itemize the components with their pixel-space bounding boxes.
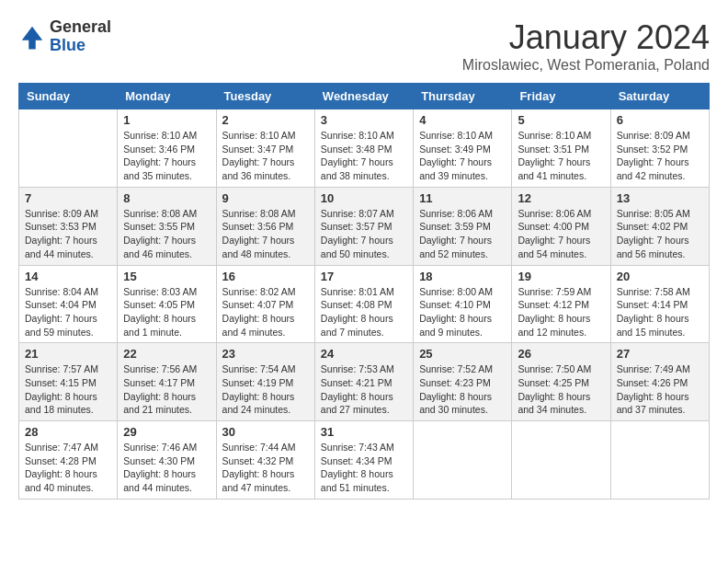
calendar-week-1: 1Sunrise: 8:10 AM Sunset: 3:46 PM Daylig… (19, 109, 710, 188)
day-number: 28 (25, 425, 111, 439)
logo-blue: Blue (50, 37, 111, 55)
day-info: Sunrise: 8:02 AM Sunset: 4:07 PM Dayligh… (222, 285, 309, 339)
day-info: Sunrise: 7:57 AM Sunset: 4:15 PM Dayligh… (25, 362, 111, 417)
day-info: Sunrise: 7:53 AM Sunset: 4:21 PM Dayligh… (321, 362, 407, 417)
day-number: 17 (321, 270, 407, 283)
day-info: Sunrise: 8:03 AM Sunset: 4:05 PM Dayligh… (123, 285, 210, 339)
day-number: 4 (419, 113, 506, 127)
calendar-cell: 30Sunrise: 7:44 AM Sunset: 4:32 PM Dayli… (216, 421, 314, 500)
calendar-week-3: 14Sunrise: 8:04 AM Sunset: 4:04 PM Dayli… (19, 265, 710, 343)
day-number: 23 (222, 347, 309, 361)
day-info: Sunrise: 7:58 AM Sunset: 4:14 PM Dayligh… (617, 285, 703, 339)
day-info: Sunrise: 8:10 AM Sunset: 3:47 PM Dayligh… (222, 129, 309, 183)
calendar-cell: 25Sunrise: 7:52 AM Sunset: 4:23 PM Dayli… (414, 343, 512, 421)
logo-general: General (50, 18, 111, 37)
day-number: 9 (222, 191, 309, 205)
calendar-cell: 26Sunrise: 7:50 AM Sunset: 4:25 PM Dayli… (512, 343, 610, 421)
day-info: Sunrise: 7:46 AM Sunset: 4:30 PM Dayligh… (123, 441, 210, 495)
calendar-cell: 17Sunrise: 8:01 AM Sunset: 4:08 PM Dayli… (314, 265, 413, 343)
day-number: 26 (518, 347, 604, 361)
day-info: Sunrise: 8:09 AM Sunset: 3:52 PM Dayligh… (617, 129, 703, 183)
day-info: Sunrise: 8:00 AM Sunset: 4:10 PM Dayligh… (419, 285, 506, 339)
calendar-cell: 1Sunrise: 8:10 AM Sunset: 3:46 PM Daylig… (118, 109, 216, 188)
month-title: January 2024 (462, 18, 710, 57)
day-number: 8 (123, 191, 210, 205)
day-number: 14 (25, 270, 111, 283)
svg-marker-0 (22, 27, 43, 50)
day-info: Sunrise: 7:52 AM Sunset: 4:23 PM Dayligh… (419, 362, 506, 417)
day-number: 20 (617, 270, 703, 283)
day-info: Sunrise: 8:09 AM Sunset: 3:53 PM Dayligh… (25, 207, 111, 261)
day-number: 16 (222, 270, 309, 283)
day-info: Sunrise: 7:43 AM Sunset: 4:34 PM Dayligh… (321, 441, 407, 495)
logo-icon (18, 23, 46, 51)
day-number: 22 (123, 347, 210, 361)
day-info: Sunrise: 7:44 AM Sunset: 4:32 PM Dayligh… (222, 441, 309, 495)
calendar-cell: 29Sunrise: 7:46 AM Sunset: 4:30 PM Dayli… (118, 421, 216, 500)
calendar-cell: 2Sunrise: 8:10 AM Sunset: 3:47 PM Daylig… (216, 109, 314, 188)
day-info: Sunrise: 7:47 AM Sunset: 4:28 PM Dayligh… (25, 441, 111, 495)
day-info: Sunrise: 7:54 AM Sunset: 4:19 PM Dayligh… (222, 362, 309, 417)
calendar-cell: 21Sunrise: 7:57 AM Sunset: 4:15 PM Dayli… (19, 343, 118, 421)
day-info: Sunrise: 7:59 AM Sunset: 4:12 PM Dayligh… (518, 285, 604, 339)
day-number: 3 (321, 113, 407, 127)
day-info: Sunrise: 7:49 AM Sunset: 4:26 PM Dayligh… (617, 362, 703, 417)
day-number: 21 (25, 347, 111, 361)
weekday-header-friday: Friday (512, 84, 610, 109)
calendar-cell: 19Sunrise: 7:59 AM Sunset: 4:12 PM Dayli… (512, 265, 610, 343)
calendar-week-2: 7Sunrise: 8:09 AM Sunset: 3:53 PM Daylig… (19, 187, 710, 265)
calendar-cell: 23Sunrise: 7:54 AM Sunset: 4:19 PM Dayli… (216, 343, 314, 421)
day-number: 27 (617, 347, 703, 361)
day-number: 15 (123, 270, 210, 283)
calendar-week-5: 28Sunrise: 7:47 AM Sunset: 4:28 PM Dayli… (19, 421, 710, 500)
calendar-cell (414, 421, 512, 500)
calendar-cell: 7Sunrise: 8:09 AM Sunset: 3:53 PM Daylig… (19, 187, 118, 265)
calendar-cell: 18Sunrise: 8:00 AM Sunset: 4:10 PM Dayli… (414, 265, 512, 343)
weekday-header-wednesday: Wednesday (314, 84, 413, 109)
weekday-header-saturday: Saturday (610, 84, 709, 109)
day-number: 24 (321, 347, 407, 361)
weekday-header-sunday: Sunday (19, 84, 118, 109)
calendar-cell: 11Sunrise: 8:06 AM Sunset: 3:59 PM Dayli… (414, 187, 512, 265)
day-number: 13 (617, 191, 703, 205)
calendar-cell: 8Sunrise: 8:08 AM Sunset: 3:55 PM Daylig… (118, 187, 216, 265)
calendar-cell: 6Sunrise: 8:09 AM Sunset: 3:52 PM Daylig… (610, 109, 709, 188)
day-info: Sunrise: 7:56 AM Sunset: 4:17 PM Dayligh… (123, 362, 210, 417)
day-number: 25 (419, 347, 506, 361)
logo: General Blue (18, 18, 111, 55)
day-number: 2 (222, 113, 309, 127)
calendar-cell: 3Sunrise: 8:10 AM Sunset: 3:48 PM Daylig… (314, 109, 413, 188)
calendar-cell: 15Sunrise: 8:03 AM Sunset: 4:05 PM Dayli… (118, 265, 216, 343)
day-number: 18 (419, 270, 506, 283)
calendar-cell: 22Sunrise: 7:56 AM Sunset: 4:17 PM Dayli… (118, 343, 216, 421)
calendar-cell: 27Sunrise: 7:49 AM Sunset: 4:26 PM Dayli… (610, 343, 709, 421)
day-number: 11 (419, 191, 506, 205)
day-number: 7 (25, 191, 111, 205)
calendar-cell: 12Sunrise: 8:06 AM Sunset: 4:00 PM Dayli… (512, 187, 610, 265)
logo-text: General Blue (50, 18, 111, 55)
page-header: General Blue January 2024 Miroslawiec, W… (18, 18, 710, 74)
weekday-header-monday: Monday (118, 84, 216, 109)
day-number: 12 (518, 191, 604, 205)
calendar-cell: 16Sunrise: 8:02 AM Sunset: 4:07 PM Dayli… (216, 265, 314, 343)
day-number: 30 (222, 425, 309, 439)
calendar-week-4: 21Sunrise: 7:57 AM Sunset: 4:15 PM Dayli… (19, 343, 710, 421)
calendar-cell: 4Sunrise: 8:10 AM Sunset: 3:49 PM Daylig… (414, 109, 512, 188)
day-number: 1 (123, 113, 210, 127)
day-info: Sunrise: 8:04 AM Sunset: 4:04 PM Dayligh… (25, 285, 111, 339)
weekday-header-tuesday: Tuesday (216, 84, 314, 109)
day-info: Sunrise: 8:10 AM Sunset: 3:51 PM Dayligh… (518, 129, 604, 183)
calendar-cell: 24Sunrise: 7:53 AM Sunset: 4:21 PM Dayli… (314, 343, 413, 421)
day-info: Sunrise: 7:50 AM Sunset: 4:25 PM Dayligh… (518, 362, 604, 417)
day-info: Sunrise: 8:06 AM Sunset: 3:59 PM Dayligh… (419, 207, 506, 261)
day-info: Sunrise: 8:08 AM Sunset: 3:56 PM Dayligh… (222, 207, 309, 261)
title-area: January 2024 Miroslawiec, West Pomerania… (462, 18, 710, 74)
calendar-cell: 5Sunrise: 8:10 AM Sunset: 3:51 PM Daylig… (512, 109, 610, 188)
day-number: 19 (518, 270, 604, 283)
day-number: 29 (123, 425, 210, 439)
calendar-cell: 28Sunrise: 7:47 AM Sunset: 4:28 PM Dayli… (19, 421, 118, 500)
calendar-cell: 9Sunrise: 8:08 AM Sunset: 3:56 PM Daylig… (216, 187, 314, 265)
weekday-header-row: SundayMondayTuesdayWednesdayThursdayFrid… (19, 84, 710, 109)
day-info: Sunrise: 8:01 AM Sunset: 4:08 PM Dayligh… (321, 285, 407, 339)
day-info: Sunrise: 8:10 AM Sunset: 3:49 PM Dayligh… (419, 129, 506, 183)
